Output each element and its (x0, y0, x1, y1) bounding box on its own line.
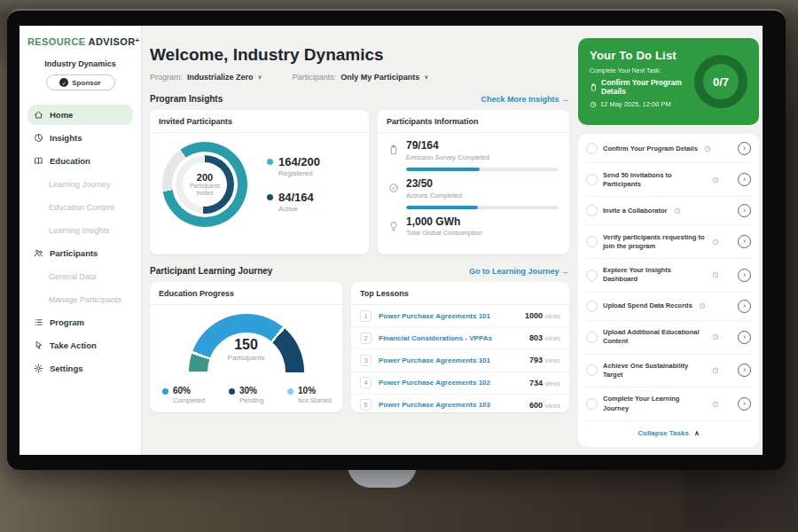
card-title: Participants Information (378, 110, 569, 133)
stat-label: Emission Survey Completed (406, 153, 489, 161)
task-open-button[interactable]: › (738, 235, 751, 248)
gauge-legend: 60% Completed 30% Pending (150, 386, 342, 404)
stat-value: 1,000 GWh (406, 216, 482, 229)
sidebar-item-program[interactable]: Program (27, 312, 133, 332)
progress-bar (406, 168, 559, 171)
stat-global-consumption: 1,000 GWh Total Global Consumption (388, 216, 559, 238)
clock-icon (712, 239, 719, 246)
legend-dot (229, 388, 235, 395)
task-label: Upload Additional Educational Content (603, 328, 706, 346)
task-checkbox[interactable] (586, 364, 598, 376)
lesson-link[interactable]: Power Purchase Agreements 103 (379, 401, 490, 409)
task-open-button[interactable]: › (738, 269, 751, 282)
program-filter[interactable]: Program: Industrialize Zero ∨ (150, 73, 262, 82)
legend-label: Completed (173, 396, 205, 404)
legend-registered: 164/200 Registered (267, 156, 320, 177)
sidebar-item-learning-journey[interactable]: Learning Journey (27, 174, 133, 194)
section-title-program-insights: Program Insights (150, 94, 223, 104)
task-checkbox[interactable] (586, 174, 598, 185)
sidebar-item-label: Insights (50, 133, 82, 143)
donut-legend: 164/200 Registered 84/164 Active (267, 156, 320, 214)
sidebar-item-insights[interactable]: Insights (27, 128, 133, 148)
check-more-insights-link[interactable]: Check More Insights → (481, 95, 569, 104)
task-checkbox[interactable] (586, 236, 598, 247)
task-checkbox[interactable] (586, 270, 598, 281)
lesson-link[interactable]: Power Purchase Agreements 102 (379, 379, 490, 387)
task-label: Invite a Collaborator (603, 207, 668, 215)
todo-next-task: Confirm Your Program Details (601, 78, 705, 96)
program-filter-value[interactable]: Industrialize Zero (187, 73, 254, 82)
legend-dot (267, 159, 273, 165)
sidebar-item-education[interactable]: Education (27, 151, 133, 171)
chevron-down-icon[interactable]: ∨ (258, 74, 262, 81)
gear-icon (34, 364, 43, 373)
stat-label: Total Global Consumption (406, 229, 482, 237)
sidebar-item-general-data[interactable]: General Data (27, 266, 133, 286)
filter-bar: Program: Industrialize Zero ∨ Participan… (150, 73, 569, 82)
sidebar-item-take-action[interactable]: Take Action (27, 335, 133, 356)
task-open-button[interactable]: › (738, 300, 751, 313)
lesson-link[interactable]: Power Purchase Agreements 101 (379, 312, 490, 320)
clock-icon (712, 401, 719, 408)
sidebar-item-manage-participants[interactable]: Manage Participants (27, 289, 133, 309)
book-icon (34, 156, 43, 166)
gauge-center-value: 150 (189, 337, 304, 353)
participants-filter-value[interactable]: Only My Participants (340, 73, 419, 82)
lesson-row: 2 Financial Considerations - VPPAs 803 v… (351, 327, 569, 349)
task-row: Invite a Collaborator › (586, 197, 751, 225)
task-open-button[interactable]: › (738, 173, 751, 186)
clock-icon (590, 101, 597, 108)
sidebar-item-participants[interactable]: Participants (27, 243, 133, 263)
participants-filter[interactable]: Participants: Only My Participants ∨ (293, 73, 429, 82)
collapse-tasks-link[interactable]: Collapse Tasks ∧ (586, 421, 751, 446)
legend-value: 164/200 (278, 156, 320, 168)
sidebar-item-home[interactable]: Home (27, 105, 133, 125)
task-open-button[interactable]: › (738, 364, 751, 377)
task-checkbox[interactable] (586, 205, 598, 216)
gauge-center-label: Participants (189, 354, 304, 362)
lesson-row: 4 Power Purchase Agreements 102 734 view… (351, 372, 569, 395)
progress-bar (406, 206, 559, 209)
task-checkbox[interactable] (586, 398, 598, 410)
chevron-down-icon[interactable]: ∨ (424, 74, 428, 81)
clock-icon (674, 207, 681, 215)
lesson-link[interactable]: Financial Considerations - VPPAs (379, 334, 492, 342)
lesson-link[interactable]: Power Purchase Agreements 101 (379, 356, 490, 364)
todo-due-date: 12 May 2025, 12:00 PM (600, 100, 671, 108)
org-name: Industry Dynamics (27, 59, 133, 68)
sidebar-item-label: Education Content (49, 203, 114, 212)
logo-plus: + (136, 36, 140, 44)
task-checkbox[interactable] (586, 332, 598, 343)
invited-donut-chart: 200 Participants Invited (162, 142, 247, 227)
views-suffix: views (544, 313, 560, 319)
monitor-bezel: RESOURCE ADVISOR+ Industry Dynamics ✓ Sp… (7, 9, 786, 470)
task-open-button[interactable]: › (738, 397, 751, 411)
sidebar-item-settings[interactable]: Settings (27, 358, 133, 379)
card-title: Top Lessons (351, 282, 569, 305)
people-icon (34, 248, 43, 258)
arrow-right-icon: → (561, 267, 569, 276)
task-checkbox[interactable] (586, 143, 598, 154)
sidebar-item-learning-insights[interactable]: Learning Insights (27, 220, 133, 240)
views-suffix: views (544, 335, 560, 341)
task-open-button[interactable]: › (738, 142, 751, 155)
task-open-button[interactable]: › (738, 204, 751, 217)
card-title: Education Progress (150, 282, 342, 305)
clipboard-icon (590, 83, 598, 91)
clock-icon (704, 145, 711, 153)
views-suffix: views (544, 357, 560, 364)
task-checkbox[interactable] (586, 301, 598, 312)
go-to-learning-journey-link[interactable]: Go to Learning Journey → (469, 267, 569, 276)
sidebar-nav: Home Insights Education Learning Journey (27, 105, 133, 381)
list-icon (34, 317, 43, 327)
task-label: Upload Spend Data Records (603, 301, 692, 310)
sidebar-item-education-content[interactable]: Education Content (27, 197, 133, 217)
participants-information-card: Participants Information 79/164 Emission… (378, 110, 569, 254)
sidebar-item-label: Learning Insights (49, 226, 110, 235)
views-suffix: views (544, 403, 560, 409)
sidebar-item-label: Settings (50, 364, 82, 373)
clock-icon (712, 333, 719, 340)
task-open-button[interactable]: › (738, 331, 751, 344)
sidebar-item-label: Participants (50, 248, 98, 258)
legend-pending: 30% Pending (229, 386, 264, 404)
